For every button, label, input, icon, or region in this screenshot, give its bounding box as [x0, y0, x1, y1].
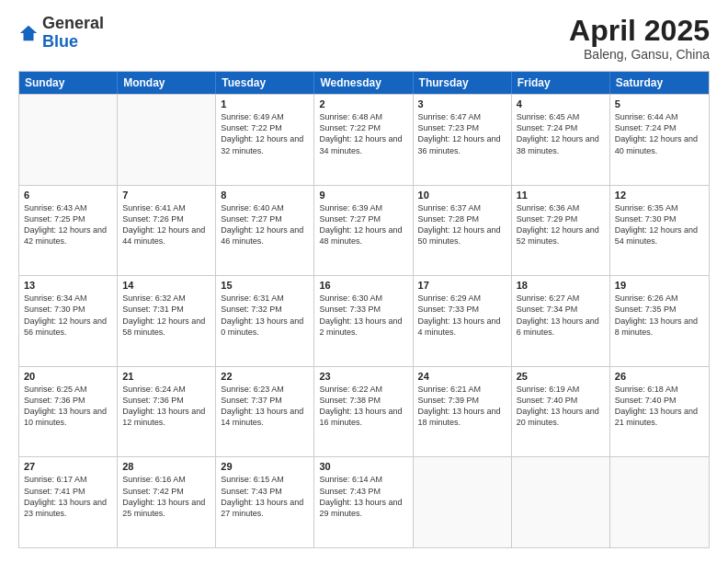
cal-day-info: Sunrise: 6:49 AM Sunset: 7:22 PM Dayligh… — [221, 111, 309, 156]
cal-cell: 7Sunrise: 6:41 AM Sunset: 7:26 PM Daylig… — [118, 186, 216, 276]
cal-day-info: Sunrise: 6:36 AM Sunset: 7:29 PM Dayligh… — [517, 202, 605, 247]
cal-cell: 22Sunrise: 6:23 AM Sunset: 7:37 PM Dayli… — [216, 367, 314, 457]
cal-day-info: Sunrise: 6:22 AM Sunset: 7:38 PM Dayligh… — [319, 384, 407, 429]
cal-day-number: 29 — [221, 461, 309, 472]
cal-cell: 20Sunrise: 6:25 AM Sunset: 7:36 PM Dayli… — [19, 367, 118, 457]
cal-day-info: Sunrise: 6:27 AM Sunset: 7:34 PM Dayligh… — [517, 293, 605, 338]
cal-day-info: Sunrise: 6:43 AM Sunset: 7:25 PM Dayligh… — [24, 202, 112, 247]
cal-day-number: 26 — [615, 371, 704, 382]
calendar-body: 1Sunrise: 6:49 AM Sunset: 7:22 PM Daylig… — [19, 94, 709, 547]
cal-day-number: 21 — [122, 371, 210, 382]
cal-header-thursday: Thursday — [414, 72, 512, 94]
svg-marker-0 — [20, 26, 37, 41]
cal-cell: 24Sunrise: 6:21 AM Sunset: 7:39 PM Dayli… — [414, 367, 512, 457]
cal-day-number: 23 — [319, 371, 407, 382]
cal-cell: 13Sunrise: 6:34 AM Sunset: 7:30 PM Dayli… — [19, 276, 118, 366]
logo: General Blue — [18, 15, 104, 52]
cal-day-info: Sunrise: 6:45 AM Sunset: 7:24 PM Dayligh… — [517, 111, 605, 156]
cal-cell: 30Sunrise: 6:14 AM Sunset: 7:43 PM Dayli… — [314, 457, 413, 547]
cal-cell: 2Sunrise: 6:48 AM Sunset: 7:22 PM Daylig… — [314, 95, 413, 185]
calendar: SundayMondayTuesdayWednesdayThursdayFrid… — [18, 71, 710, 548]
cal-cell: 8Sunrise: 6:40 AM Sunset: 7:27 PM Daylig… — [216, 186, 314, 276]
cal-header-saturday: Saturday — [610, 72, 709, 94]
cal-day-number: 7 — [122, 190, 210, 201]
cal-day-info: Sunrise: 6:31 AM Sunset: 7:32 PM Dayligh… — [221, 293, 309, 338]
logo-general: General — [42, 14, 104, 32]
cal-day-number: 19 — [615, 280, 704, 291]
cal-week-1: 1Sunrise: 6:49 AM Sunset: 7:22 PM Daylig… — [19, 94, 709, 185]
cal-cell: 14Sunrise: 6:32 AM Sunset: 7:31 PM Dayli… — [118, 276, 216, 366]
cal-cell: 9Sunrise: 6:39 AM Sunset: 7:27 PM Daylig… — [314, 186, 413, 276]
cal-day-number: 17 — [418, 280, 506, 291]
cal-day-info: Sunrise: 6:48 AM Sunset: 7:22 PM Dayligh… — [319, 111, 407, 156]
cal-cell: 12Sunrise: 6:35 AM Sunset: 7:30 PM Dayli… — [610, 186, 709, 276]
cal-day-number: 30 — [319, 461, 407, 472]
cal-cell — [414, 457, 512, 547]
cal-day-number: 1 — [221, 98, 309, 109]
cal-week-4: 20Sunrise: 6:25 AM Sunset: 7:36 PM Dayli… — [19, 366, 709, 457]
page: General Blue April 2025 Baleng, Gansu, C… — [0, 0, 728, 563]
cal-cell: 25Sunrise: 6:19 AM Sunset: 7:40 PM Dayli… — [512, 367, 610, 457]
cal-header-sunday: Sunday — [19, 72, 118, 94]
cal-day-info: Sunrise: 6:17 AM Sunset: 7:41 PM Dayligh… — [24, 474, 112, 519]
cal-day-number: 28 — [122, 461, 210, 472]
cal-cell: 27Sunrise: 6:17 AM Sunset: 7:41 PM Dayli… — [19, 457, 118, 547]
title-month: April 2025 — [569, 15, 710, 47]
cal-cell: 18Sunrise: 6:27 AM Sunset: 7:34 PM Dayli… — [512, 276, 610, 366]
cal-cell: 19Sunrise: 6:26 AM Sunset: 7:35 PM Dayli… — [610, 276, 709, 366]
cal-day-number: 9 — [319, 190, 407, 201]
cal-header-wednesday: Wednesday — [314, 72, 413, 94]
cal-day-number: 12 — [615, 190, 704, 201]
cal-cell — [512, 457, 610, 547]
cal-day-number: 24 — [418, 371, 506, 382]
title-block: April 2025 Baleng, Gansu, China — [569, 15, 710, 62]
cal-cell: 5Sunrise: 6:44 AM Sunset: 7:24 PM Daylig… — [610, 95, 709, 185]
cal-cell: 1Sunrise: 6:49 AM Sunset: 7:22 PM Daylig… — [216, 95, 314, 185]
cal-cell: 23Sunrise: 6:22 AM Sunset: 7:38 PM Dayli… — [314, 367, 413, 457]
cal-day-number: 6 — [24, 190, 112, 201]
cal-header-monday: Monday — [118, 72, 216, 94]
header: General Blue April 2025 Baleng, Gansu, C… — [18, 15, 710, 62]
cal-day-number: 11 — [517, 190, 605, 201]
cal-day-info: Sunrise: 6:41 AM Sunset: 7:26 PM Dayligh… — [122, 202, 210, 247]
cal-day-info: Sunrise: 6:18 AM Sunset: 7:40 PM Dayligh… — [615, 384, 704, 429]
cal-header-friday: Friday — [512, 72, 610, 94]
cal-day-info: Sunrise: 6:44 AM Sunset: 7:24 PM Dayligh… — [615, 111, 704, 156]
cal-day-info: Sunrise: 6:47 AM Sunset: 7:23 PM Dayligh… — [418, 111, 506, 156]
cal-day-info: Sunrise: 6:40 AM Sunset: 7:27 PM Dayligh… — [221, 202, 309, 247]
cal-cell: 26Sunrise: 6:18 AM Sunset: 7:40 PM Dayli… — [610, 367, 709, 457]
cal-day-info: Sunrise: 6:35 AM Sunset: 7:30 PM Dayligh… — [615, 202, 704, 247]
cal-day-number: 3 — [418, 98, 506, 109]
cal-cell: 4Sunrise: 6:45 AM Sunset: 7:24 PM Daylig… — [512, 95, 610, 185]
cal-day-info: Sunrise: 6:24 AM Sunset: 7:36 PM Dayligh… — [122, 384, 210, 429]
logo-icon — [18, 23, 39, 43]
cal-day-number: 8 — [221, 190, 309, 201]
cal-day-number: 13 — [24, 280, 112, 291]
cal-day-info: Sunrise: 6:32 AM Sunset: 7:31 PM Dayligh… — [122, 293, 210, 338]
cal-day-info: Sunrise: 6:39 AM Sunset: 7:27 PM Dayligh… — [319, 202, 407, 247]
cal-day-number: 27 — [24, 461, 112, 472]
cal-day-info: Sunrise: 6:19 AM Sunset: 7:40 PM Dayligh… — [517, 384, 605, 429]
cal-cell: 10Sunrise: 6:37 AM Sunset: 7:28 PM Dayli… — [414, 186, 512, 276]
cal-cell: 29Sunrise: 6:15 AM Sunset: 7:43 PM Dayli… — [216, 457, 314, 547]
cal-cell: 16Sunrise: 6:30 AM Sunset: 7:33 PM Dayli… — [314, 276, 413, 366]
cal-day-number: 16 — [319, 280, 407, 291]
cal-day-info: Sunrise: 6:30 AM Sunset: 7:33 PM Dayligh… — [319, 293, 407, 338]
cal-cell: 6Sunrise: 6:43 AM Sunset: 7:25 PM Daylig… — [19, 186, 118, 276]
cal-cell: 11Sunrise: 6:36 AM Sunset: 7:29 PM Dayli… — [512, 186, 610, 276]
cal-cell: 21Sunrise: 6:24 AM Sunset: 7:36 PM Dayli… — [118, 367, 216, 457]
cal-day-number: 14 — [122, 280, 210, 291]
cal-cell: 3Sunrise: 6:47 AM Sunset: 7:23 PM Daylig… — [414, 95, 512, 185]
title-location: Baleng, Gansu, China — [569, 47, 710, 62]
cal-header-tuesday: Tuesday — [216, 72, 314, 94]
cal-day-info: Sunrise: 6:26 AM Sunset: 7:35 PM Dayligh… — [615, 293, 704, 338]
cal-cell — [610, 457, 709, 547]
cal-day-info: Sunrise: 6:23 AM Sunset: 7:37 PM Dayligh… — [221, 384, 309, 429]
cal-cell: 17Sunrise: 6:29 AM Sunset: 7:33 PM Dayli… — [414, 276, 512, 366]
cal-week-2: 6Sunrise: 6:43 AM Sunset: 7:25 PM Daylig… — [19, 185, 709, 276]
cal-week-5: 27Sunrise: 6:17 AM Sunset: 7:41 PM Dayli… — [19, 456, 709, 547]
cal-day-number: 5 — [615, 98, 704, 109]
calendar-header-row: SundayMondayTuesdayWednesdayThursdayFrid… — [19, 72, 709, 94]
cal-day-number: 25 — [517, 371, 605, 382]
cal-week-3: 13Sunrise: 6:34 AM Sunset: 7:30 PM Dayli… — [19, 275, 709, 366]
